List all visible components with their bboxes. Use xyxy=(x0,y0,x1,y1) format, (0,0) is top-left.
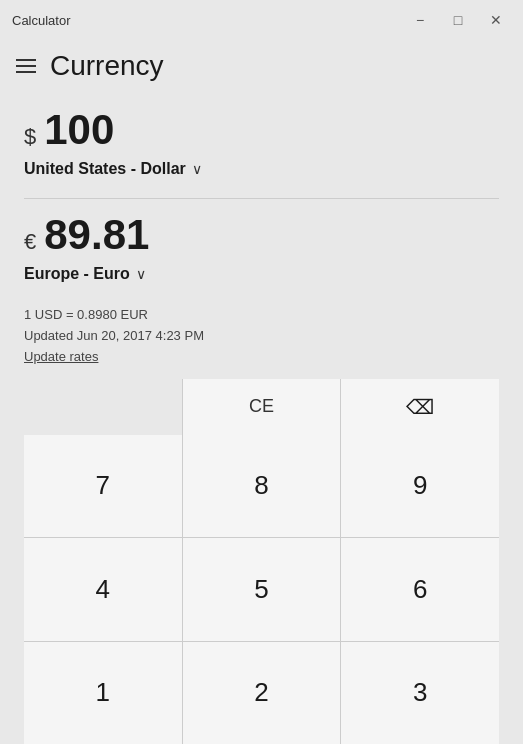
key-9[interactable]: 9 xyxy=(341,435,499,537)
update-rates-link[interactable]: Update rates xyxy=(24,349,98,364)
to-currency-symbol: € xyxy=(24,229,36,255)
key-1[interactable]: 1 xyxy=(24,642,182,744)
ce-button[interactable]: CE xyxy=(183,379,341,435)
app-name: Calculator xyxy=(12,13,71,28)
from-currency-chevron-icon: ∨ xyxy=(192,161,202,177)
to-currency-name: Europe - Euro xyxy=(24,265,130,283)
close-button[interactable]: ✕ xyxy=(481,10,511,30)
keypad-grid: 7 8 9 4 5 6 1 2 3 xyxy=(24,435,499,744)
title-bar-controls: − □ ✕ xyxy=(405,10,511,30)
main-content: $ 100 United States - Dollar ∨ € 89.81 E… xyxy=(0,92,523,744)
from-amount-value: 100 xyxy=(44,106,114,154)
title-bar-left: Calculator xyxy=(12,13,71,28)
key-2[interactable]: 2 xyxy=(183,642,341,744)
key-7[interactable]: 7 xyxy=(24,435,182,537)
key-6[interactable]: 6 xyxy=(341,538,499,640)
maximize-button[interactable]: □ xyxy=(443,10,473,30)
keypad-top-row: CE ⌫ xyxy=(24,379,499,435)
backspace-button[interactable]: ⌫ xyxy=(341,379,499,435)
updated-text: Updated Jun 20, 2017 4:23 PM xyxy=(24,326,499,347)
page-title: Currency xyxy=(50,50,164,82)
from-currency-symbol: $ xyxy=(24,124,36,150)
empty-cell xyxy=(24,379,182,435)
key-8[interactable]: 8 xyxy=(183,435,341,537)
exchange-rate-text: 1 USD = 0.8980 EUR xyxy=(24,305,499,326)
key-3[interactable]: 3 xyxy=(341,642,499,744)
to-currency-section: € 89.81 Europe - Euro ∨ xyxy=(24,211,499,299)
key-5[interactable]: 5 xyxy=(183,538,341,640)
info-section: 1 USD = 0.8980 EUR Updated Jun 20, 2017 … xyxy=(24,305,499,365)
from-currency-name: United States - Dollar xyxy=(24,160,186,178)
to-currency-selector[interactable]: Europe - Euro ∨ xyxy=(24,265,499,283)
backspace-icon: ⌫ xyxy=(406,395,434,419)
title-bar: Calculator − □ ✕ xyxy=(0,0,523,40)
to-currency-chevron-icon: ∨ xyxy=(136,266,146,282)
key-4[interactable]: 4 xyxy=(24,538,182,640)
to-amount-value: 89.81 xyxy=(44,211,149,259)
minimize-button[interactable]: − xyxy=(405,10,435,30)
app-header: Currency xyxy=(0,40,523,92)
divider xyxy=(24,198,499,199)
from-amount-row: $ 100 xyxy=(24,106,499,154)
from-currency-selector[interactable]: United States - Dollar ∨ xyxy=(24,160,499,178)
to-amount-row: € 89.81 xyxy=(24,211,499,259)
keypad-area: CE ⌫ 7 8 9 4 5 6 1 2 3 xyxy=(24,379,499,744)
hamburger-menu-icon[interactable] xyxy=(16,59,36,73)
